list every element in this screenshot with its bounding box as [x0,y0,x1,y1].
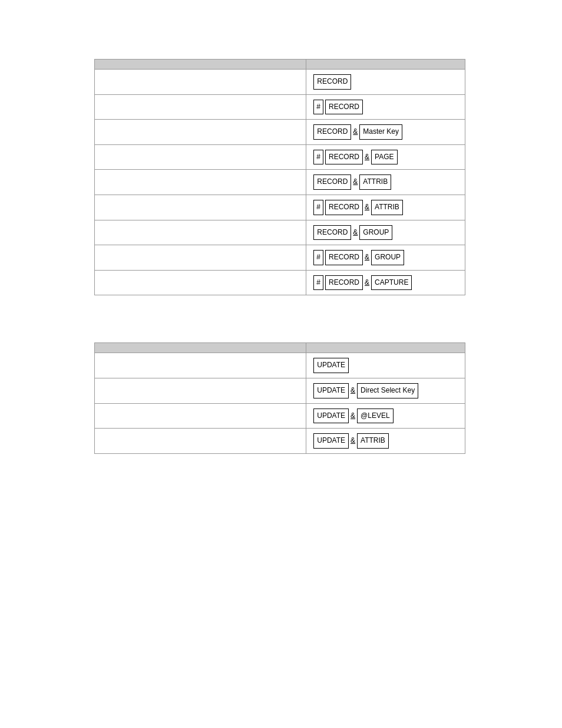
row-description [95,353,306,378]
key-button: ATTRIB [371,200,403,215]
row-keystrokes: #RECORD [306,94,465,120]
key-button: CAPTURE [371,275,412,291]
key-button: RECORD [325,275,363,291]
key-ampersand: & [353,126,358,139]
key-button: GROUP [371,250,404,265]
key-button: PAGE [371,150,397,165]
row-keystrokes: UPDATE&Direct Select Key [306,378,465,403]
key-button: RECORD [313,174,351,190]
key-ampersand: & [353,226,358,239]
table-row: UPDATE&Direct Select Key [95,378,465,403]
row-description [95,94,306,120]
table-row: RECORD&GROUP [95,220,465,245]
row-keystrokes: UPDATE&ATTRIB [306,429,465,454]
table-row: UPDATE&ATTRIB [95,429,465,454]
row-keystrokes: UPDATE [306,353,465,378]
table1: RECORD#RECORDRECORD&Master Key#RECORD&PA… [94,59,465,295]
row-keystrokes: #RECORD&ATTRIB [306,195,465,220]
key-button: UPDATE [313,409,349,424]
key-button: RECORD [325,250,363,265]
table1-header-col1 [95,60,306,70]
row-keystrokes: RECORD&ATTRIB [306,170,465,195]
key-button: RECORD [313,225,351,241]
page-container: RECORD#RECORDRECORD&Master Key#RECORD&PA… [0,0,562,560]
key-hash: # [313,200,323,215]
key-button: UPDATE [313,383,349,398]
table1-header-col2 [306,60,465,70]
row-keystrokes: RECORD&GROUP [306,220,465,245]
table-row: RECORD [95,70,465,95]
key-hash: # [313,275,323,291]
row-description [95,120,306,145]
key-ampersand: & [351,384,355,397]
key-button: RECORD [325,150,363,165]
key-button: ATTRIB [357,433,389,449]
table-row: #RECORD&PAGE [95,144,465,170]
key-ampersand: & [365,251,369,264]
key-button: UPDATE [313,358,349,373]
table2: UPDATEUPDATE&Direct Select KeyUPDATE&@LE… [94,342,465,453]
table2-section: UPDATEUPDATE&Direct Select KeyUPDATE&@LE… [94,342,468,453]
row-description [95,144,306,170]
key-ampersand: & [365,151,369,164]
key-ampersand: & [365,276,369,289]
table-row: UPDATE&@LEVEL [95,403,465,429]
key-button: Direct Select Key [357,383,418,398]
key-button: ATTRIB [359,174,391,190]
key-button: RECORD [313,124,351,140]
table-row: RECORD&ATTRIB [95,170,465,195]
key-button: RECORD [325,200,363,215]
key-ampersand: & [351,434,355,447]
row-description [95,170,306,195]
row-description [95,403,306,429]
row-keystrokes: RECORD [306,70,465,95]
table-row: RECORD&Master Key [95,120,465,145]
row-keystrokes: UPDATE&@LEVEL [306,403,465,429]
key-button: @LEVEL [357,409,394,424]
row-description [95,195,306,220]
key-button: UPDATE [313,433,349,449]
key-button: RECORD [313,74,351,90]
row-description [95,429,306,454]
row-description [95,220,306,245]
table-row: #RECORD [95,94,465,120]
table2-header-col1 [95,343,306,353]
row-keystrokes: #RECORD&CAPTURE [306,270,465,295]
row-description [95,378,306,403]
key-ampersand: & [353,176,358,189]
key-hash: # [313,150,323,165]
key-button: RECORD [325,100,363,115]
row-keystrokes: #RECORD&PAGE [306,144,465,170]
table-row: #RECORD&CAPTURE [95,270,465,295]
key-ampersand: & [365,201,369,214]
key-hash: # [313,100,323,115]
table1-section: RECORD#RECORDRECORD&Master Key#RECORD&PA… [94,59,468,295]
row-keystrokes: RECORD&Master Key [306,120,465,145]
row-keystrokes: #RECORD&GROUP [306,245,465,271]
key-button: Master Key [359,124,402,140]
row-description [95,245,306,271]
table2-header-col2 [306,343,465,353]
table-row: #RECORD&GROUP [95,245,465,271]
row-description [95,70,306,95]
table-row: #RECORD&ATTRIB [95,195,465,220]
key-button: GROUP [359,225,392,241]
table-row: UPDATE [95,353,465,378]
key-hash: # [313,250,323,265]
row-description [95,270,306,295]
key-ampersand: & [351,410,355,423]
